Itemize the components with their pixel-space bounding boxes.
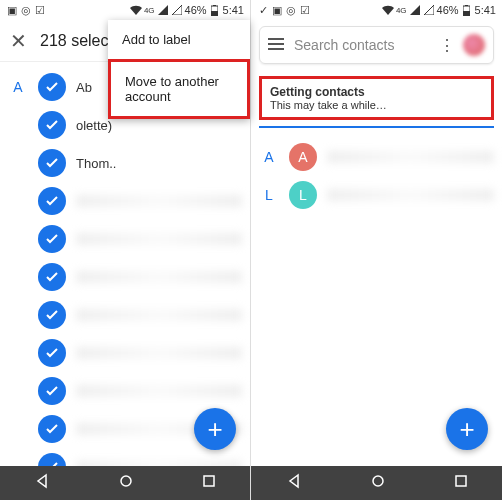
nav-back-icon[interactable] — [286, 473, 302, 493]
nav-home-icon[interactable] — [371, 474, 385, 492]
banner-title: Getting contacts — [270, 85, 483, 99]
network-label: 4G — [396, 6, 407, 15]
checkmark-icon[interactable] — [38, 149, 66, 177]
svg-rect-1 — [211, 11, 218, 16]
overflow-menu: Add to label Move to another account — [108, 20, 250, 119]
contact-avatar: L — [289, 181, 317, 209]
checkmark-icon[interactable] — [38, 301, 66, 329]
nav-home-icon[interactable] — [119, 474, 133, 492]
checkmark-icon[interactable] — [38, 263, 66, 291]
contact-name — [327, 151, 494, 163]
nav-recent-icon[interactable] — [454, 474, 468, 492]
svg-rect-4 — [204, 476, 214, 486]
notification-icon: ▣ — [271, 4, 283, 16]
list-item[interactable]: A A — [251, 138, 502, 176]
clock: 5:41 — [223, 4, 244, 16]
clock: 5:41 — [475, 4, 496, 16]
contact-avatar: A — [289, 143, 317, 171]
fab-add-contact[interactable]: + — [194, 408, 236, 450]
contact-name — [76, 195, 242, 207]
notification-icon: ◎ — [285, 4, 297, 16]
search-bar[interactable]: Search contacts ⋮ — [259, 26, 494, 64]
notification-icon: ✓ — [257, 4, 269, 16]
notification-icon: ◎ — [20, 4, 32, 16]
svg-rect-2 — [213, 5, 216, 6]
android-nav-bar — [0, 466, 250, 500]
list-item[interactable] — [0, 182, 250, 220]
menu-move-account[interactable]: Move to another account — [108, 59, 250, 119]
wifi-icon — [382, 4, 394, 16]
section-letter: L — [259, 187, 279, 203]
svg-rect-9 — [456, 476, 466, 486]
contact-name — [76, 271, 242, 283]
nav-recent-icon[interactable] — [202, 474, 216, 492]
fab-add-contact[interactable]: + — [446, 408, 488, 450]
checkmark-icon[interactable] — [38, 187, 66, 215]
notification-icon: ☑ — [34, 4, 46, 16]
signal-icon — [423, 4, 435, 16]
checkmark-icon[interactable] — [38, 73, 66, 101]
signal-icon — [409, 4, 421, 16]
battery-icon — [209, 4, 221, 16]
section-letter: A — [259, 149, 279, 165]
phone-left: ▣ ◎ ☑ 4G 46% 5:41 ✕ 218 selected Add to … — [0, 0, 251, 500]
more-icon[interactable]: ⋮ — [439, 36, 453, 55]
list-item[interactable] — [0, 372, 250, 410]
plus-icon: + — [459, 414, 474, 445]
loading-banner: Getting contacts This may take a while… — [259, 76, 494, 120]
signal-icon — [157, 4, 169, 16]
list-item[interactable]: Thom.. — [0, 144, 250, 182]
signal-icon — [171, 4, 183, 16]
list-item[interactable] — [0, 296, 250, 334]
battery-icon — [461, 4, 473, 16]
checkmark-icon[interactable] — [38, 111, 66, 139]
contact-name: Thom.. — [76, 156, 242, 171]
checkmark-icon[interactable] — [38, 415, 66, 443]
list-item[interactable] — [0, 334, 250, 372]
checkmark-icon[interactable] — [38, 377, 66, 405]
list-item[interactable] — [0, 258, 250, 296]
checkmark-icon[interactable] — [38, 225, 66, 253]
progress-indicator — [259, 126, 494, 128]
hamburger-icon[interactable] — [268, 36, 284, 54]
status-bar: ▣ ◎ ☑ 4G 46% 5:41 — [0, 0, 250, 20]
plus-icon: + — [207, 414, 222, 445]
contact-name: olette) — [76, 118, 242, 133]
battery-pct: 46% — [185, 4, 207, 16]
account-avatar[interactable] — [463, 34, 485, 56]
contact-name — [327, 189, 494, 201]
svg-point-8 — [373, 476, 383, 486]
banner-subtitle: This may take a while… — [270, 99, 483, 111]
contact-name — [76, 347, 242, 359]
svg-point-3 — [121, 476, 131, 486]
svg-rect-7 — [465, 5, 468, 6]
menu-add-to-label[interactable]: Add to label — [108, 20, 250, 59]
contact-name — [76, 233, 242, 245]
battery-pct: 46% — [437, 4, 459, 16]
search-input[interactable]: Search contacts — [294, 37, 429, 53]
status-bar: ✓ ▣ ◎ ☑ 4G 46% 5:41 — [251, 0, 502, 20]
nav-back-icon[interactable] — [34, 473, 50, 493]
contact-name — [76, 385, 242, 397]
checkmark-icon[interactable] — [38, 339, 66, 367]
network-label: 4G — [144, 6, 155, 15]
wifi-icon — [130, 4, 142, 16]
close-icon[interactable]: ✕ — [8, 29, 28, 53]
svg-rect-6 — [463, 11, 470, 16]
notification-icon: ☑ — [299, 4, 311, 16]
notification-icon: ▣ — [6, 4, 18, 16]
list-item[interactable] — [0, 220, 250, 258]
list-item[interactable]: L L — [251, 176, 502, 214]
phone-right: ✓ ▣ ◎ ☑ 4G 46% 5:41 Search contacts ⋮ Ge… — [251, 0, 502, 500]
contact-name — [76, 309, 242, 321]
section-letter: A — [8, 79, 28, 95]
android-nav-bar — [251, 466, 502, 500]
